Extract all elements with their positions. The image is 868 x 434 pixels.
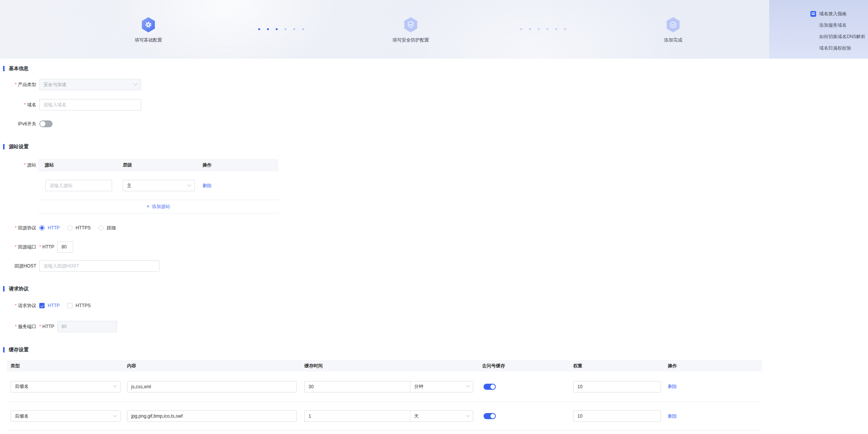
origin-protocol-option-http[interactable]: HTTP (39, 225, 59, 231)
chevron-down-icon (188, 183, 191, 186)
request-protocol-row: 请求协议 HTTP HTTPS (0, 300, 91, 311)
guide-link-dns-switch[interactable]: 如何切换域名DNS解析 (819, 34, 868, 40)
step-progress-dots-2 (520, 28, 566, 30)
radio-unchecked-icon[interactable] (67, 225, 72, 231)
guide-title: 域名接入指南 (819, 11, 847, 17)
cache-content-input[interactable] (127, 410, 297, 422)
cache-time-input[interactable] (304, 410, 410, 422)
step-complete: 添加完成 (664, 17, 682, 43)
radio-checked-icon[interactable] (39, 225, 45, 231)
cache-table-header: 类型 内容 缓存时间 去问号缓存 权重 操作 (7, 360, 762, 372)
domain-label: 域名 (0, 102, 36, 108)
origin-port-input[interactable] (57, 241, 73, 253)
service-port-row: 服务端口 HTTP (0, 321, 117, 332)
add-origin-button[interactable]: 添加源站 (146, 203, 170, 210)
cache-weight-input[interactable] (573, 381, 661, 392)
guide-link-add-domain[interactable]: 添加服务域名 (819, 22, 868, 29)
service-port-http-label: HTTP (39, 324, 54, 329)
section-bar (3, 144, 5, 149)
section-title-origin-settings: 源站设置 (3, 144, 29, 150)
cache-type-select[interactable]: 后缀名 (11, 381, 121, 392)
ipv6-toggle[interactable] (39, 120, 53, 127)
product-type-value: 安全与加速 (43, 82, 66, 88)
origin-port-row: 回源端口 HTTP (0, 241, 73, 253)
chevron-down-icon (466, 413, 470, 417)
step-label: 填写安全防护配置 (392, 37, 429, 43)
product-type-label: 产品类型 (0, 82, 36, 88)
type-col-header: 类型 (11, 363, 121, 369)
section-title-cache-settings: 缓存设置 (3, 347, 29, 353)
cache-weight-input[interactable] (573, 410, 661, 422)
checkbox-unchecked-icon[interactable] (67, 303, 72, 308)
ignore-query-toggle[interactable] (484, 384, 496, 390)
cache-table: 类型 内容 缓存时间 去问号缓存 权重 操作 后缀名 分钟 (7, 360, 762, 431)
check-hexagon-icon (665, 17, 681, 33)
weight-col-header: 权重 (573, 363, 661, 369)
origin-level-select[interactable]: 主 (123, 180, 195, 191)
origin-protocol-option-follow[interactable]: 跟随 (98, 225, 116, 231)
cache-delete-link[interactable]: 删除 (668, 413, 677, 419)
cache-time-input[interactable] (304, 381, 410, 392)
ipv6-label: IPv6开关 (0, 121, 36, 127)
section-bar (3, 66, 5, 71)
origin-input[interactable] (45, 180, 112, 191)
origin-host-row: 回源HOST (0, 260, 159, 272)
action-col-header: 操作 (203, 162, 212, 168)
chevron-down-icon (466, 384, 470, 388)
origin-port-label: 回源端口 (0, 244, 36, 250)
cache-content-input[interactable] (127, 381, 297, 392)
origin-host-input[interactable] (39, 260, 159, 272)
step-label: 添加完成 (664, 37, 682, 43)
section-title-basic-info: 基本信息 (3, 66, 29, 72)
section-title-request-protocol: 请求协议 (3, 286, 29, 292)
origin-table-row: 主 删除 (38, 171, 278, 200)
ignore-query-toggle[interactable] (484, 413, 496, 419)
stepper-banner: 填写基础配置 填写安全防护配置 添加完成 域名接入指南 添加服务域名 如何切换域… (0, 0, 868, 59)
chevron-down-icon (113, 384, 117, 388)
origin-col-header: 源站 (45, 162, 115, 168)
origin-host-label: 回源HOST (0, 263, 36, 269)
request-protocol-label: 请求协议 (0, 303, 36, 309)
radio-unchecked-icon[interactable] (98, 225, 104, 231)
service-port-input (57, 321, 117, 332)
guide-title-row: 域名接入指南 (810, 11, 868, 17)
domain-input[interactable] (39, 99, 141, 111)
add-origin-row: 添加源站 (38, 200, 278, 213)
origin-level-value: 主 (127, 183, 132, 189)
request-protocol-option-http[interactable]: HTTP (39, 303, 59, 308)
domain-row: 域名 (0, 99, 141, 111)
section-bar (3, 286, 5, 291)
origin-label: 源站 (0, 162, 36, 168)
cache-delete-link[interactable]: 删除 (668, 384, 677, 389)
ipv6-row: IPv6开关 (0, 118, 53, 130)
cache-time-unit-select[interactable]: 分钟 (410, 381, 473, 392)
step-security-config: 填写安全防护配置 (392, 17, 429, 43)
origin-table: 源站 层级 操作 主 删除 添加源站 (38, 159, 278, 213)
product-type-row: 产品类型 安全与加速 (0, 79, 141, 90)
toggle-knob (490, 414, 495, 418)
section-bar (3, 347, 5, 352)
origin-label-row: 源站 (0, 159, 36, 171)
cache-time-unit-select[interactable]: 天 (410, 410, 473, 422)
step-label: 填写基础配置 (135, 37, 162, 43)
origin-protocol-row: 回源协议 HTTP HTTPS 跟随 (0, 222, 116, 234)
chevron-down-icon (113, 413, 117, 417)
origin-delete-link[interactable]: 删除 (203, 183, 212, 189)
checkbox-checked-icon[interactable] (39, 303, 45, 308)
toggle-knob (40, 121, 45, 127)
request-protocol-option-https[interactable]: HTTPS (67, 303, 90, 308)
step-progress-dots-1 (258, 28, 304, 30)
service-port-label: 服务端口 (0, 323, 36, 330)
origin-port-http-label: HTTP (39, 244, 54, 250)
step-basic-config: 填写基础配置 (135, 17, 162, 43)
action-col-header: 操作 (668, 363, 677, 369)
shield-hexagon-icon (403, 17, 418, 33)
domain-guide-panel: 域名接入指南 添加服务域名 如何切换域名DNS解析 域名归属权校验 (769, 0, 868, 59)
origin-protocol-option-https[interactable]: HTTPS (67, 225, 90, 231)
document-icon (810, 11, 816, 17)
origin-table-header: 源站 层级 操作 (38, 159, 278, 171)
product-type-select[interactable]: 安全与加速 (39, 79, 141, 90)
cache-type-select[interactable]: 后缀名 (11, 410, 121, 422)
guide-link-ownership-verify[interactable]: 域名归属权校验 (819, 45, 868, 51)
chevron-down-icon (134, 82, 138, 85)
